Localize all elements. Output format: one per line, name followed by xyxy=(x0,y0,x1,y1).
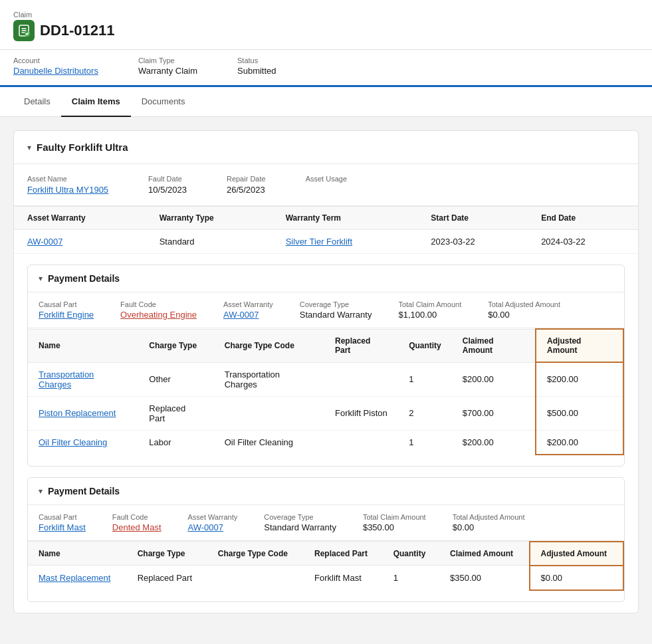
item-replaced-2-1: Forklift Mast xyxy=(304,566,383,590)
item-charge-code-1-2 xyxy=(214,396,324,430)
payment-title-2: Payment Details xyxy=(48,486,120,496)
fault-date-field: Fault Date 10/5/2023 xyxy=(148,175,187,195)
asset-warranty-link-2[interactable]: AW-0007 xyxy=(188,522,238,532)
claim-svg-icon xyxy=(17,24,31,37)
warranty-asset-link: AW-0007 xyxy=(14,230,146,254)
section-chevron[interactable]: ▾ xyxy=(27,143,31,152)
payment-section-2: ▾ Payment Details Causal Part Forklift M… xyxy=(27,477,625,602)
col-charge-code-1: Charge Type Code xyxy=(214,329,324,362)
payment-header-1: ▾ Payment Details xyxy=(28,265,624,292)
item-claimed-1-3: $200.00 xyxy=(452,430,536,455)
meta-account: Account Danubelle Distributors xyxy=(13,56,98,76)
asset-warranty-field-1: Asset Warranty AW-0007 xyxy=(223,300,273,320)
item-name-link-1-3[interactable]: Oil Filter Cleaning xyxy=(39,437,107,447)
item-charge-type-1-2: Replaced Part xyxy=(138,396,213,430)
col-claimed-1: Claimed Amount xyxy=(452,329,536,362)
fault-code-link-1[interactable]: Overheating Engine xyxy=(120,310,197,320)
item-replaced-1-1 xyxy=(324,362,398,396)
col-charge-type-1: Charge Type xyxy=(138,329,213,362)
claim-icon xyxy=(13,20,35,41)
asset-warranty-link-1[interactable]: AW-0007 xyxy=(223,310,273,320)
coverage-type-field-1: Coverage Type Standard Warranty xyxy=(300,300,372,320)
item-name-link-1-2[interactable]: Piston Replacement xyxy=(39,408,116,418)
asset-name-link[interactable]: Forklift Ultra MY1905 xyxy=(27,185,108,195)
total-claim-field-2: Total Claim Amount $350.00 xyxy=(363,513,426,532)
section-header: ▾ Faulty Forklift Ultra xyxy=(14,131,638,164)
asset-name-field: Asset Name Forklift Ultra MY1905 xyxy=(27,175,108,195)
status-value: Submitted xyxy=(237,66,276,76)
col-quantity-1: Quantity xyxy=(398,329,452,362)
payment-chevron-2[interactable]: ▾ xyxy=(39,486,43,496)
payment-meta-2: Causal Part Forklift Mast Fault Code Den… xyxy=(28,505,624,541)
total-adjusted-value-1: $0.00 xyxy=(488,310,560,320)
item-row-2-1: Mast Replacement Replaced Part Forklift … xyxy=(28,566,623,590)
tab-documents[interactable]: Documents xyxy=(131,87,196,117)
claim-type-value: Warranty Claim xyxy=(138,66,197,76)
item-qty-1-2: 2 xyxy=(398,396,452,430)
total-adjusted-field-1: Total Adjusted Amount $0.00 xyxy=(488,300,560,320)
col-adjusted-1: Adjusted Amount xyxy=(536,329,623,362)
item-replaced-1-2: Forklift Piston xyxy=(324,396,398,430)
payment-section-1: ▾ Payment Details Causal Part Forklift E… xyxy=(27,265,625,467)
section-title: Faulty Forklift Ultra xyxy=(37,142,128,153)
meta-claim-type: Claim Type Warranty Claim xyxy=(138,56,197,76)
coverage-type-value-1: Standard Warranty xyxy=(300,310,372,320)
item-adjusted-1-1: $200.00 xyxy=(536,362,623,396)
total-claim-field-1: Total Claim Amount $1,100.00 xyxy=(398,300,461,320)
meta-status: Status Submitted xyxy=(237,56,276,76)
item-name-link-1-1[interactable]: Transportation Charges xyxy=(39,370,94,389)
fault-code-field-1: Fault Code Overheating Engine xyxy=(120,300,197,320)
main-content: ▾ Faulty Forklift Ultra Asset Name Forkl… xyxy=(0,117,652,640)
col-charge-code-2: Charge Type Code xyxy=(207,542,304,566)
col-replaced-part-1: Replaced Part xyxy=(324,329,398,362)
warranty-col-asset-warranty: Asset Warranty xyxy=(14,207,146,230)
claim-label: Claim xyxy=(13,11,639,19)
coverage-type-value-2: Standard Warranty xyxy=(264,522,336,532)
account-link[interactable]: Danubelle Distributors xyxy=(13,66,98,76)
col-name-1: Name xyxy=(28,329,138,362)
item-replaced-1-3 xyxy=(324,430,398,455)
item-claimed-2-1: $350.00 xyxy=(439,566,529,590)
tabs: Details Claim Items Documents xyxy=(0,87,652,117)
fault-date-value: 10/5/2023 xyxy=(148,185,187,195)
item-charge-type-2-1: Replaced Part xyxy=(127,566,207,590)
warranty-start-cell: 2023-03-22 xyxy=(417,230,528,254)
warranty-type-cell: Standard xyxy=(146,230,272,254)
items-table-1: Name Charge Type Charge Type Code Replac… xyxy=(28,328,624,455)
item-name-link-2-1[interactable]: Mast Replacement xyxy=(39,573,110,583)
tab-details[interactable]: Details xyxy=(13,87,61,117)
causal-part-link-1[interactable]: Forklift Engine xyxy=(39,310,94,320)
tab-claim-items[interactable]: Claim Items xyxy=(61,87,131,117)
asset-warranty-field-2: Asset Warranty AW-0007 xyxy=(188,513,238,532)
payment-header-2: ▾ Payment Details xyxy=(28,478,624,505)
warranty-table: Asset Warranty Warranty Type Warranty Te… xyxy=(14,206,638,254)
item-qty-1-3: 1 xyxy=(398,430,452,455)
col-replaced-part-2: Replaced Part xyxy=(304,542,383,566)
page-header: Claim DD1-01211 xyxy=(0,0,652,50)
col-claimed-2: Claimed Amount xyxy=(439,542,529,566)
total-adjusted-field-2: Total Adjusted Amount $0.00 xyxy=(453,513,525,532)
item-row-1-3: Oil Filter Cleaning Labor Oil Filter Cle… xyxy=(28,430,623,455)
item-adjusted-1-3: $200.00 xyxy=(536,430,623,455)
item-qty-1-1: 1 xyxy=(398,362,452,396)
item-claimed-1-1: $200.00 xyxy=(452,362,536,396)
claim-id: DD1-01211 xyxy=(13,20,639,41)
repair-date-field: Repair Date 26/5/2023 xyxy=(227,175,266,195)
item-charge-code-1-3: Oil Filter Cleaning xyxy=(214,430,324,455)
asset-info: Asset Name Forklift Ultra MY1905 Fault D… xyxy=(14,164,638,206)
item-charge-code-2-1 xyxy=(207,566,304,590)
causal-part-link-2[interactable]: Forklift Mast xyxy=(39,522,86,532)
causal-part-field-2: Causal Part Forklift Mast xyxy=(39,513,86,532)
item-adjusted-2-1: $0.00 xyxy=(530,566,624,590)
warranty-col-start: Start Date xyxy=(417,207,528,230)
total-claim-value-2: $350.00 xyxy=(363,522,426,532)
total-claim-value-1: $1,100.00 xyxy=(398,310,461,320)
items-table-2: Name Charge Type Charge Type Code Replac… xyxy=(28,541,624,591)
col-charge-type-2: Charge Type xyxy=(127,542,207,566)
fault-code-field-2: Fault Code Dented Mast xyxy=(112,513,162,532)
app-container: Claim DD1-01211 Account Danubelle Distri… xyxy=(0,0,652,644)
item-charge-type-1-3: Labor xyxy=(138,430,213,455)
payment-chevron-1[interactable]: ▾ xyxy=(39,274,43,283)
fault-code-link-2[interactable]: Dented Mast xyxy=(112,522,162,532)
warranty-col-term: Warranty Term xyxy=(272,207,418,230)
